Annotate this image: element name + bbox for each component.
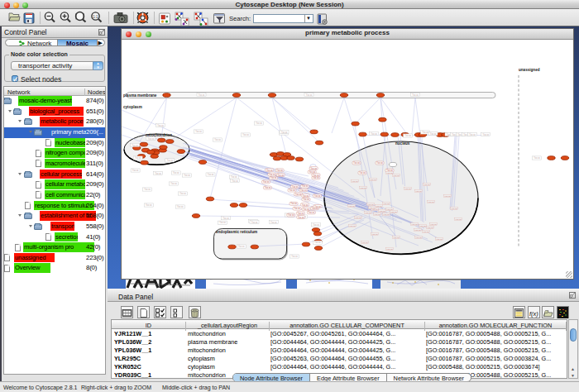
svg-text:Yxx xx: Yxx xx [290, 202, 297, 205]
svg-text:Yxx xx: Yxx xx [232, 179, 238, 183]
svg-text:Yxx xx: Yxx xx [371, 233, 378, 236]
svg-text:Yxx xx: Yxx xx [135, 156, 141, 160]
svg-text:Yxx xx: Yxx xx [166, 159, 173, 162]
svg-text:Yxx xx: Yxx xx [469, 133, 476, 136]
svg-text:Yxx xx: Yxx xx [303, 208, 309, 211]
svg-text:nucleus: nucleus [395, 141, 410, 146]
svg-text:Yxx xx: Yxx xx [415, 237, 422, 239]
svg-text:Yxx xx: Yxx xx [208, 173, 214, 176]
svg-text:Yxx xx: Yxx xx [361, 241, 368, 244]
svg-text:unassigned: unassigned [519, 68, 540, 72]
svg-text:Yxx xx: Yxx xx [386, 172, 393, 174]
svg-text:Yxx xx: Yxx xx [146, 203, 152, 207]
svg-text:Yxx xx: Yxx xx [310, 167, 317, 170]
svg-text:Yxx xx: Yxx xx [367, 203, 374, 206]
svg-text:Yxx xx: Yxx xx [302, 203, 309, 207]
svg-text:Yxx xx: Yxx xx [411, 223, 418, 226]
svg-text:Yxx xx: Yxx xx [295, 193, 302, 196]
svg-text:Yxx xx: Yxx xx [242, 133, 249, 136]
svg-text:Yxx xx: Yxx xx [482, 133, 489, 136]
svg-text:Yxx xx: Yxx xx [298, 212, 304, 215]
svg-text:Yxx xx: Yxx xx [199, 93, 205, 97]
svg-text:Yxx xx: Yxx xx [195, 130, 202, 133]
svg-text:Yxx xx: Yxx xx [266, 169, 273, 172]
svg-text:f(x): f(x) [529, 310, 538, 318]
svg-text:Yxx xx: Yxx xx [231, 175, 237, 179]
svg-text:Yxx xx: Yxx xx [455, 218, 462, 221]
svg-text:Yxx xx: Yxx xx [423, 184, 430, 186]
svg-text:Yxx xx: Yxx xx [155, 172, 161, 175]
svg-text:Yxx xx: Yxx xx [404, 188, 411, 190]
svg-text:Yxx xx: Yxx xx [422, 131, 428, 134]
svg-text:Yxx xx: Yxx xx [415, 190, 422, 193]
svg-text:Yxx xx: Yxx xx [309, 211, 315, 214]
svg-text:Yxx xx: Yxx xx [365, 212, 371, 214]
svg-text:Yxx xx: Yxx xx [427, 227, 433, 229]
svg-text:Yxx xx: Yxx xx [386, 248, 393, 251]
svg-text:Yxx xx: Yxx xx [170, 182, 177, 185]
svg-text:Yxx xx: Yxx xx [157, 124, 164, 127]
svg-text:Yxx xx: Yxx xx [404, 134, 411, 137]
svg-text:Yxx xx: Yxx xx [376, 161, 383, 165]
svg-text:Yxx xx: Yxx xx [179, 192, 186, 195]
svg-text:Yxx xx: Yxx xx [291, 255, 298, 258]
svg-text:Yxx xx: Yxx xx [436, 238, 443, 241]
svg-text:Yxx xx: Yxx xx [534, 156, 540, 160]
svg-text:plasma membrane: plasma membrane [123, 93, 157, 98]
svg-text:Yxx xx: Yxx xx [276, 169, 283, 172]
svg-text:Yxx xx: Yxx xx [148, 137, 155, 141]
svg-text:Yxx xx: Yxx xx [314, 241, 321, 244]
svg-text:Yxx xx: Yxx xx [214, 138, 221, 141]
svg-text:Yxx xx: Yxx xx [238, 245, 245, 248]
svg-text:Yxx xx: Yxx xx [132, 169, 139, 172]
svg-text:Yxx xx: Yxx xx [390, 211, 397, 213]
svg-text:Yxx xx: Yxx xx [306, 93, 313, 97]
svg-text:Yxx xx: Yxx xx [144, 188, 151, 191]
svg-text:Yxx xx: Yxx xx [314, 205, 321, 208]
svg-text:Yxx xx: Yxx xx [393, 174, 400, 177]
svg-text:Yxx xx: Yxx xx [444, 195, 451, 198]
svg-text:Yxx xx: Yxx xx [412, 93, 419, 97]
svg-text:Yxx xx: Yxx xx [177, 205, 184, 208]
svg-text:Yxx xx: Yxx xx [423, 231, 429, 233]
svg-text:Yxx xx: Yxx xx [277, 174, 284, 177]
svg-text:Yxx xx: Yxx xx [353, 161, 360, 165]
svg-text:Yxx xx: Yxx xx [298, 216, 304, 219]
svg-text:Yxx xx: Yxx xx [265, 186, 271, 189]
svg-text:Yxx xx: Yxx xx [383, 203, 390, 205]
svg-text:Yxx xx: Yxx xx [383, 213, 390, 216]
svg-text:Yxx xx: Yxx xx [288, 213, 294, 217]
svg-text:Yxx xx: Yxx xx [270, 176, 277, 179]
svg-text:Yxx xx: Yxx xx [270, 221, 277, 224]
svg-text:Yxx xx: Yxx xx [352, 180, 358, 183]
svg-text:Yxx xx: Yxx xx [263, 180, 270, 184]
svg-text:Yxx xx: Yxx xx [360, 187, 366, 189]
svg-text:Yxx xx: Yxx xx [300, 189, 307, 192]
svg-text:Yxx xx: Yxx xx [359, 171, 366, 174]
svg-text:Yxx xx: Yxx xx [303, 198, 309, 201]
svg-text:Yxx xx: Yxx xx [374, 213, 380, 216]
svg-text:Yxx xx: Yxx xx [294, 207, 300, 210]
svg-text:Yxx xx: Yxx xx [219, 221, 226, 224]
svg-text:Yxx xx: Yxx xx [173, 171, 179, 174]
svg-text:Yxx xx: Yxx xx [451, 208, 457, 210]
svg-text:Yxx xx: Yxx xx [349, 225, 356, 227]
svg-text:Yxx xx: Yxx xx [393, 237, 400, 239]
svg-text:Yxx xx: Yxx xx [289, 189, 295, 192]
svg-text:Yxx xx: Yxx xx [223, 217, 229, 220]
svg-text:Yxx xx: Yxx xx [355, 217, 361, 219]
svg-text:Yxx xx: Yxx xx [428, 201, 434, 203]
svg-text:Yxx xx: Yxx xx [313, 223, 319, 227]
svg-text:Yxx xx: Yxx xx [370, 179, 376, 181]
svg-text:Yxx xx: Yxx xx [313, 174, 319, 177]
svg-text:Yxx xx: Yxx xx [379, 210, 385, 213]
svg-text:endoplasmic reticulum: endoplasmic reticulum [216, 230, 257, 234]
svg-text:Yxx xx: Yxx xx [371, 132, 377, 136]
svg-text:Yxx xx: Yxx xx [251, 221, 258, 224]
svg-text:Yxx xx: Yxx xx [184, 174, 190, 177]
svg-text:Yxx xx: Yxx xx [414, 229, 421, 232]
svg-text:Yxx xx: Yxx xx [281, 131, 288, 134]
svg-text:Yxx xx: Yxx xx [430, 132, 437, 136]
svg-text:cytoplasm: cytoplasm [123, 105, 142, 109]
svg-text:Yxx xx: Yxx xx [369, 207, 376, 209]
